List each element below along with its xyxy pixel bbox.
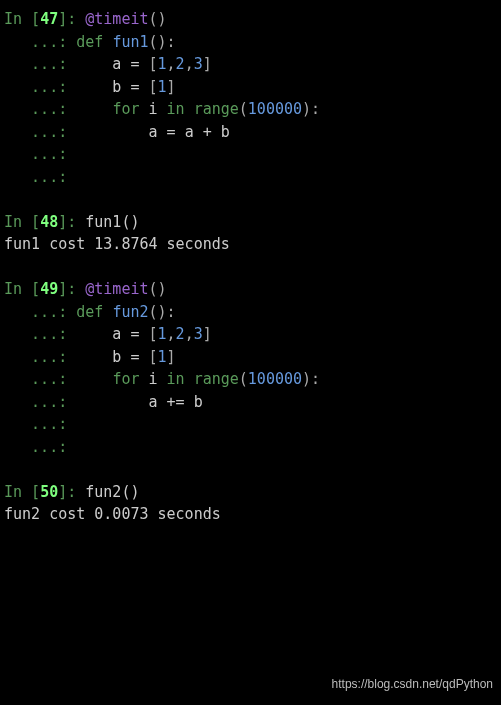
continuation-line: ...: b = [1]	[4, 76, 497, 99]
code-token: 2	[176, 325, 185, 343]
code-token: ()	[149, 280, 167, 298]
code-token: a	[76, 393, 166, 411]
code-token: for	[112, 100, 148, 118]
code-token: 100000	[248, 370, 302, 388]
continuation-line: ...: a += b	[4, 391, 497, 414]
ipython-terminal: In [47]: @timeit() ...: def fun1(): ...:…	[4, 8, 497, 526]
code-token: ,	[185, 325, 194, 343]
code-token: ,	[185, 55, 194, 73]
code-token: (	[239, 370, 248, 388]
code-token: b	[76, 78, 130, 96]
continuation-dots: ...:	[4, 123, 76, 141]
continuation-line: ...: a = [1,2,3]	[4, 53, 497, 76]
code-token: fun1	[112, 33, 148, 51]
continuation-dots: ...:	[4, 55, 76, 73]
code-token: range	[194, 100, 239, 118]
continuation-line: ...:	[4, 166, 497, 189]
code-token: 3	[194, 55, 203, 73]
code-token: (	[239, 100, 248, 118]
code-token: 1	[158, 78, 167, 96]
continuation-line: ...:	[4, 436, 497, 459]
code-token: [	[149, 325, 158, 343]
code-token: for	[112, 370, 148, 388]
continuation-dots: ...:	[4, 370, 76, 388]
code-token: ,	[167, 55, 176, 73]
prompt-bracket-open: [	[31, 213, 40, 231]
continuation-dots: ...:	[4, 393, 76, 411]
code-token: ]	[167, 78, 176, 96]
code-token: @timeit	[85, 280, 148, 298]
continuation-dots: ...:	[4, 415, 76, 433]
continuation-line: ...: a = [1,2,3]	[4, 323, 497, 346]
prompt-number: 47	[40, 10, 58, 28]
code-token: fun2()	[85, 483, 139, 501]
code-token: ]	[167, 348, 176, 366]
prompt-in-label: In	[4, 213, 31, 231]
code-token: a	[76, 123, 166, 141]
continuation-dots: ...:	[4, 438, 76, 456]
code-token: :	[167, 33, 176, 51]
prompt-number: 48	[40, 213, 58, 231]
continuation-dots: ...:	[4, 100, 76, 118]
prompt-in-label: In	[4, 10, 31, 28]
code-token: ()	[149, 33, 167, 51]
prompt-bracket-close: ]:	[58, 280, 85, 298]
prompt-bracket-close: ]:	[58, 213, 85, 231]
prompt-bracket-open: [	[31, 10, 40, 28]
continuation-dots: ...:	[4, 325, 76, 343]
code-token	[76, 370, 112, 388]
code-token: =	[167, 123, 185, 141]
code-token: 2	[176, 55, 185, 73]
prompt-in-label: In	[4, 483, 31, 501]
code-token: [	[149, 55, 158, 73]
code-token: in	[167, 100, 194, 118]
code-token	[76, 100, 112, 118]
code-token: +=	[167, 393, 194, 411]
blank-line	[4, 458, 497, 481]
code-token: :	[167, 303, 176, 321]
code-token: =	[130, 55, 148, 73]
code-token: )	[302, 370, 311, 388]
code-token: :	[311, 100, 320, 118]
code-token: =	[130, 325, 148, 343]
input-line: In [48]: fun1()	[4, 211, 497, 234]
continuation-line: ...: def fun1():	[4, 31, 497, 54]
code-token: 100000	[248, 100, 302, 118]
code-token: )	[302, 100, 311, 118]
continuation-line: ...:	[4, 413, 497, 436]
code-token: [	[149, 78, 158, 96]
continuation-dots: ...:	[4, 145, 76, 163]
code-token: ,	[167, 325, 176, 343]
prompt-bracket-open: [	[31, 483, 40, 501]
continuation-line: ...:	[4, 143, 497, 166]
input-line: In [50]: fun2()	[4, 481, 497, 504]
prompt-in-label: In	[4, 280, 31, 298]
input-line: In [47]: @timeit()	[4, 8, 497, 31]
watermark-text: https://blog.csdn.net/qdPython	[332, 675, 493, 693]
code-token: 1	[158, 348, 167, 366]
code-token: b	[76, 348, 130, 366]
code-token: [	[149, 348, 158, 366]
continuation-dots: ...:	[4, 303, 76, 321]
code-token: a	[185, 123, 203, 141]
continuation-line: ...: a = a + b	[4, 121, 497, 144]
output-line: fun1 cost 13.8764 seconds	[4, 233, 497, 256]
code-token: 1	[158, 325, 167, 343]
code-token: 3	[194, 325, 203, 343]
continuation-dots: ...:	[4, 168, 76, 186]
code-token: +	[203, 123, 221, 141]
blank-line	[4, 256, 497, 279]
code-token: i	[149, 100, 167, 118]
prompt-number: 50	[40, 483, 58, 501]
continuation-line: ...: for i in range(100000):	[4, 98, 497, 121]
continuation-line: ...: for i in range(100000):	[4, 368, 497, 391]
code-token: ]	[203, 55, 212, 73]
input-line: In [49]: @timeit()	[4, 278, 497, 301]
code-token: @timeit	[85, 10, 148, 28]
code-token: ()	[149, 10, 167, 28]
continuation-line: ...: def fun2():	[4, 301, 497, 324]
code-token: b	[194, 393, 203, 411]
continuation-dots: ...:	[4, 348, 76, 366]
blank-line	[4, 188, 497, 211]
code-token: def	[76, 303, 112, 321]
